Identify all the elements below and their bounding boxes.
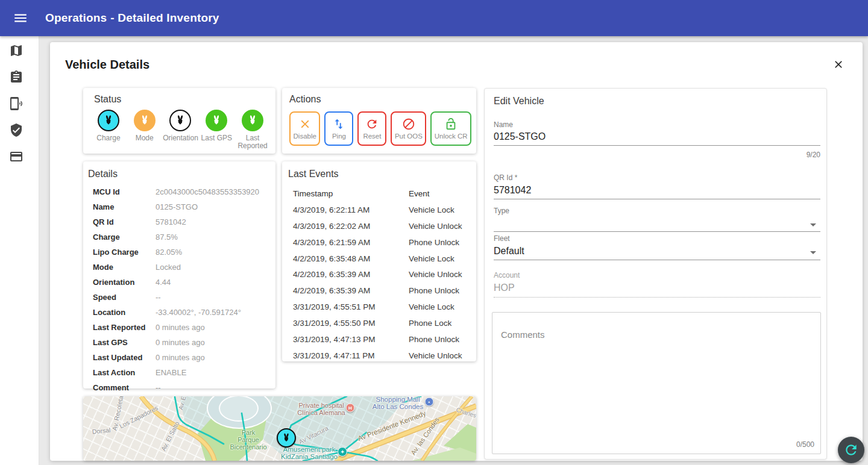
detail-row-last-action: Last ActionENABLE xyxy=(88,365,271,380)
status-card: Status ChargeModeOrientationLast GPSLast… xyxy=(83,88,275,154)
detail-label: Last Reported xyxy=(93,323,156,332)
event-row: 3/31/2019, 4:55:50 PMPhone Lock xyxy=(288,315,476,331)
event-row: 4/3/2019, 6:22:11 AMVehicle Lock xyxy=(288,202,476,218)
app-title-secondary: - Detailed Inventory xyxy=(110,11,219,24)
action-button-label: Put OOS xyxy=(395,133,423,140)
events-header-row: TimestampEvent xyxy=(288,186,476,202)
detail-value: ENABLE xyxy=(156,368,186,377)
detail-value: -33.40002°, -70.591724° xyxy=(156,308,241,317)
status-item-label: Charge xyxy=(96,134,120,142)
block-icon xyxy=(402,117,415,131)
reset-button[interactable]: Reset xyxy=(357,111,386,146)
event-name: Vehicle Lock xyxy=(409,205,476,214)
status-item-label: Last Reported xyxy=(234,134,271,150)
fleet-field-label: Fleet xyxy=(494,234,510,243)
map-icon xyxy=(9,49,24,60)
detail-label: Mode xyxy=(93,263,156,272)
detail-value: 0 minutes ago xyxy=(156,353,205,362)
put-oos-button[interactable]: Put OOS xyxy=(391,111,426,146)
details-list: MCU Id2c0043000c50483553353920Name0125-S… xyxy=(88,184,271,395)
status-item-label: Mode xyxy=(136,134,154,142)
detail-value: -- xyxy=(156,293,161,302)
map-label-line: Private hospital xyxy=(297,402,345,409)
edit-vehicle-title: Edit Vehicle xyxy=(494,96,544,107)
lock-open-icon xyxy=(444,117,458,131)
account-field-underline xyxy=(494,297,820,298)
detail-value: 4.44 xyxy=(156,278,171,287)
sidebar-item-map[interactable] xyxy=(9,43,24,58)
rabbit-icon xyxy=(98,110,119,131)
account-field-label: Account xyxy=(494,271,520,279)
detail-row-lipo-charge: Lipo Charge82.05% xyxy=(88,245,271,260)
event-name: Vehicle Unlock xyxy=(409,351,476,360)
detail-row-location: Location-33.40002°, -70.591724° xyxy=(88,305,271,320)
detail-value: 0125-STGO xyxy=(156,202,198,211)
detail-label: Charge xyxy=(93,232,156,242)
status-indicators: ChargeModeOrientationLast GPSLast Report… xyxy=(90,110,271,150)
comments-textarea[interactable]: Comments 0/500 xyxy=(492,312,821,454)
hamburger-menu-icon[interactable] xyxy=(13,10,28,26)
event-timestamp: 3/31/2019, 4:47:11 PM xyxy=(293,351,409,360)
detail-label: Orientation xyxy=(93,278,156,287)
action-button-label: Unlock CR xyxy=(435,133,468,140)
detail-row-charge: Charge87.5% xyxy=(88,229,271,245)
refresh-icon xyxy=(365,117,379,131)
close-x-icon xyxy=(298,117,312,131)
event-row: 4/3/2019, 6:21:59 AMPhone Unlock xyxy=(288,234,476,251)
sidebar-item-billing[interactable] xyxy=(9,149,24,164)
name-field-underline xyxy=(494,145,820,146)
status-item-charge: Charge xyxy=(90,110,127,150)
map-marker-mall-icon: ▪ xyxy=(425,398,434,407)
map[interactable]: Shopping MallAlto Las CondesPrivate hosp… xyxy=(83,396,476,461)
detail-row-comment: Comment-- xyxy=(88,380,271,395)
ping-button[interactable]: Ping xyxy=(324,111,353,146)
comments-placeholder: Comments xyxy=(501,329,545,340)
status-item-last-reported: Last Reported xyxy=(234,110,271,150)
detail-value: 2c0043000c50483553353920 xyxy=(156,187,259,196)
map-label-line: Alto Las Condes xyxy=(373,403,423,410)
phone-ring-icon xyxy=(9,102,24,113)
detail-row-mode: ModeLocked xyxy=(88,260,271,275)
map-label-line: Clínica Alemana xyxy=(297,409,345,416)
qr-field-underline xyxy=(494,199,820,199)
event-name: Phone Unlock xyxy=(409,286,476,295)
detail-value: 0 minutes ago xyxy=(156,338,205,347)
qr-field[interactable]: 5781042 xyxy=(494,185,531,196)
event-row: 3/31/2019, 4:47:13 PMPhone Unlock xyxy=(288,331,476,348)
detail-value: 87.5% xyxy=(156,232,178,242)
detail-row-orientation: Orientation4.44 xyxy=(88,275,271,290)
detail-row-speed: Speed-- xyxy=(88,290,271,305)
top-bar: Operations- Detailed Inventory xyxy=(0,0,868,36)
unlock-cr-button[interactable]: Unlock CR xyxy=(430,111,471,146)
action-button-label: Disable xyxy=(294,133,316,140)
map-label-line: Park xyxy=(230,429,266,436)
status-card-title: Status xyxy=(94,94,271,105)
sidebar-item-devices[interactable] xyxy=(9,96,24,111)
name-field[interactable]: 0125-STGO xyxy=(494,131,546,142)
close-icon[interactable] xyxy=(832,58,844,70)
detail-label: QR Id xyxy=(93,217,156,226)
fleet-dropdown-arrow-icon[interactable] xyxy=(806,245,820,260)
page-title: Vehicle Details xyxy=(65,58,149,72)
type-dropdown-arrow-icon[interactable] xyxy=(806,217,820,232)
rabbit-icon xyxy=(242,110,263,131)
rabbit-icon xyxy=(206,110,227,131)
vehicle-location-marker[interactable] xyxy=(277,428,296,448)
status-item-last-gps: Last GPS xyxy=(198,110,234,150)
disable-button[interactable]: Disable xyxy=(289,111,320,146)
detail-row-last-updated: Last Updated0 minutes ago xyxy=(88,350,271,365)
event-row: 4/2/2019, 6:35:48 AMVehicle Lock xyxy=(288,251,476,267)
sidebar-item-inventory[interactable] xyxy=(9,70,24,84)
name-char-counter: 9/20 xyxy=(807,151,820,159)
events-col-timestamp: Timestamp xyxy=(293,189,409,198)
shield-check-icon xyxy=(9,129,24,139)
details-card: Details MCU Id2c0043000c50483553353920Na… xyxy=(83,161,275,389)
fleet-select[interactable]: Default xyxy=(494,246,524,257)
events-card-title: Last Events xyxy=(288,169,476,179)
detail-label: Speed xyxy=(93,293,156,302)
sidebar-item-security[interactable] xyxy=(9,123,24,137)
clipboard-icon xyxy=(9,76,24,86)
refresh-fab-button[interactable] xyxy=(838,437,864,463)
detail-value: -- xyxy=(156,383,161,392)
status-item-label: Orientation xyxy=(163,134,198,142)
